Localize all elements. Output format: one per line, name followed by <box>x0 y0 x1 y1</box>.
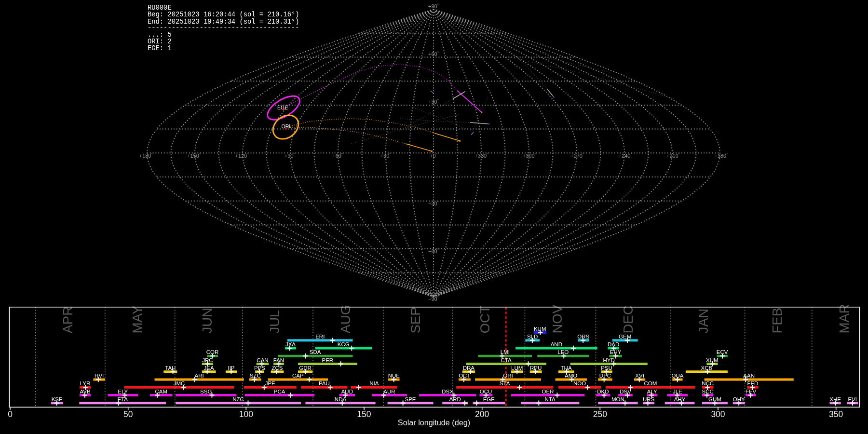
svg-text:OCT: OCT <box>459 373 470 379</box>
svg-text:LEO: LEO <box>557 349 569 355</box>
svg-text:+120°: +120° <box>235 152 248 159</box>
svg-text:PER: PER <box>322 357 333 363</box>
svg-text:SDA: SDA <box>310 349 321 355</box>
svg-text:FAN: FAN <box>273 357 284 363</box>
svg-text:...: 5: ...: 5 <box>148 31 172 39</box>
svg-text:+270°: +270° <box>570 152 584 159</box>
svg-text:HVI: HVI <box>95 373 104 379</box>
svg-text:EGE: 1: EGE: 1 <box>148 45 172 52</box>
svg-text:GEM: GEM <box>619 334 631 339</box>
svg-text:JRC: JRC <box>202 357 213 363</box>
svg-text:Solar longitude (deg): Solar longitude (deg) <box>398 418 470 427</box>
svg-text:LYR: LYR <box>80 380 91 386</box>
svg-text:FEB: FEB <box>770 308 785 333</box>
svg-text:JLE: JLE <box>673 389 682 394</box>
svg-text:JEA: JEA <box>204 365 214 371</box>
svg-text:NTA: NTA <box>545 396 556 402</box>
svg-text:GUM: GUM <box>708 396 721 402</box>
svg-text:+330°: +330° <box>475 152 488 159</box>
svg-text:0: 0 <box>8 409 13 419</box>
svg-text:−60°: −60° <box>428 248 439 254</box>
svg-text:EHY: EHY <box>610 349 622 355</box>
svg-text:+240°: +240° <box>619 152 632 159</box>
svg-text:+210°: +210° <box>666 152 680 159</box>
svg-text:GDR: GDR <box>299 365 312 371</box>
svg-text:TAH: TAH <box>165 365 176 371</box>
svg-text:NOO: NOO <box>573 380 586 386</box>
svg-text:MAY: MAY <box>130 306 145 334</box>
svg-text:150: 150 <box>357 409 371 419</box>
svg-text:CAN: CAN <box>257 357 268 363</box>
svg-text:OCU: OCU <box>480 389 492 394</box>
svg-text:EVI: EVI <box>848 396 857 402</box>
svg-text:RPU: RPU <box>530 365 542 371</box>
svg-text:+300°: +300° <box>523 152 536 159</box>
svg-text:CAM: CAM <box>155 389 167 394</box>
svg-text:JAN: JAN <box>696 309 711 334</box>
svg-text:+90°: +90° <box>285 152 295 159</box>
svg-text:DSX: DSX <box>442 389 453 394</box>
svg-text:COR: COR <box>206 349 219 355</box>
svg-text:XHE: XHE <box>829 396 841 402</box>
svg-text:XUM: XUM <box>706 357 719 363</box>
svg-text:AND: AND <box>551 341 562 347</box>
svg-text:ZCS: ZCS <box>272 365 283 371</box>
svg-text:ALY: ALY <box>647 389 657 394</box>
svg-text:DAD: DAD <box>608 341 619 347</box>
svg-text:NIA: NIA <box>369 380 379 386</box>
svg-text:CAP: CAP <box>292 373 304 379</box>
svg-text:OER: OER <box>542 389 554 394</box>
svg-text:50: 50 <box>123 409 133 419</box>
svg-text:ORI: ORI <box>503 373 513 379</box>
svg-text:CTA: CTA <box>501 357 512 363</box>
svg-text:HYD: HYD <box>603 357 615 363</box>
svg-text:100: 100 <box>239 409 253 419</box>
svg-text:EGE: EGE <box>483 396 495 402</box>
svg-text:AUD: AUD <box>341 389 353 394</box>
svg-text:PSU: PSU <box>601 365 612 371</box>
svg-text:+30°: +30° <box>380 152 391 159</box>
svg-text:PAU: PAU <box>319 380 330 386</box>
svg-text:ERI: ERI <box>315 334 325 339</box>
svg-text:200: 200 <box>475 409 489 419</box>
svg-text:+30°: +30° <box>428 98 439 105</box>
svg-text:JMC: JMC <box>174 380 185 386</box>
svg-text:PPS: PPS <box>254 365 265 371</box>
svg-text:KSE: KSE <box>52 396 63 402</box>
svg-text:PCA: PCA <box>274 389 285 394</box>
svg-text:+60°: +60° <box>332 152 343 159</box>
svg-text:JUL: JUL <box>267 310 282 334</box>
svg-text:KUM: KUM <box>534 326 546 332</box>
svg-text:ARD: ARD <box>449 396 461 402</box>
svg-text:+150°: +150° <box>187 152 201 159</box>
svg-text:NZC: NZC <box>232 396 244 402</box>
svg-text:300: 300 <box>711 409 725 419</box>
svg-text:MON: MON <box>611 396 624 402</box>
svg-text:+180°: +180° <box>139 152 153 159</box>
svg-text:+180°: +180° <box>714 152 728 159</box>
svg-text:DKD: DKD <box>597 389 609 394</box>
svg-text:QUA: QUA <box>671 373 683 379</box>
svg-text:RU000E: RU000E <box>148 4 172 12</box>
svg-text:DSV: DSV <box>620 389 631 394</box>
svg-text:DEC: DEC <box>621 305 636 333</box>
svg-text:FEV: FEV <box>746 389 757 394</box>
svg-text:ARI: ARI <box>195 373 204 379</box>
svg-text:------------------------------: -------------------------------------- <box>148 24 299 31</box>
svg-text:AUR: AUR <box>383 389 395 394</box>
svg-text:AAN: AAN <box>743 373 755 379</box>
svg-text:−30°: −30° <box>428 200 439 206</box>
svg-text:THA: THA <box>561 365 572 371</box>
svg-text:NOV: NOV <box>550 304 565 333</box>
svg-text:ORS: ORS <box>577 334 589 339</box>
svg-text:MAR: MAR <box>837 304 852 333</box>
svg-text:+90°: +90° <box>428 3 439 9</box>
svg-text:SLD: SLD <box>527 334 538 339</box>
svg-text:OHY: OHY <box>733 396 745 402</box>
svg-text:AUG: AUG <box>338 305 353 334</box>
svg-text:JPE: JPE <box>265 380 275 386</box>
svg-text:ETA: ETA <box>117 396 128 402</box>
svg-text:Beg: 20251023 16:20:44 (sol =: Beg: 20251023 16:20:44 (sol = 210.16°) <box>148 11 299 18</box>
svg-text:JXA: JXA <box>285 341 296 347</box>
svg-text:FED: FED <box>747 380 758 386</box>
